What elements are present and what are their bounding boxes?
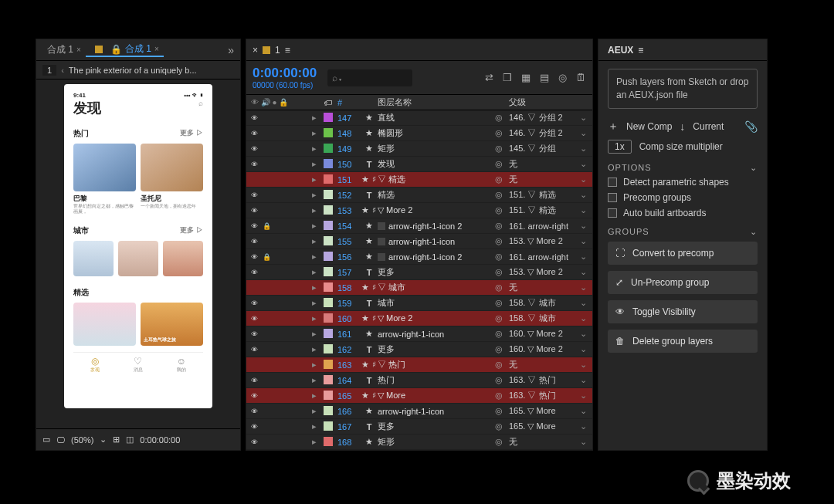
watermark: 墨染动效 (687, 468, 791, 493)
foot-time: 0:00:00:00 (140, 435, 180, 445)
safezone-icon[interactable]: ◫ (126, 435, 134, 445)
close-icon[interactable]: × (154, 45, 159, 53)
graph-icon[interactable]: ▤ (540, 72, 549, 83)
unprecomp-button[interactable]: ⤢Un-Precomp group (608, 271, 758, 294)
down-arrow-icon[interactable]: ↓ (680, 120, 685, 133)
calendar-icon[interactable]: 🗓 (576, 72, 586, 83)
3d-icon[interactable]: ❒ (503, 72, 512, 83)
layer-row[interactable]: 👁 ▸149★矩形◎145. ▽ 分组⌄ (246, 141, 592, 157)
wechat-icon (687, 470, 709, 492)
layer-row[interactable]: 👁 ▸161★arrow-right-1-icon◎160. ▽ More 2⌄ (246, 326, 592, 342)
new-comp-button[interactable]: New Comp (626, 121, 672, 132)
grid-icon[interactable]: ⊞ (113, 435, 120, 445)
groups-heading: GROUPS (608, 227, 649, 237)
plus-icon[interactable]: ＋ (608, 120, 619, 134)
breadcrumb: 1 ‹ The pink exterior of a uniquely b... (36, 61, 240, 79)
layer-row[interactable]: ▸158★ ♯▽ 城市◎无⌄ (246, 280, 592, 296)
checkbox[interactable] (608, 208, 617, 218)
current-button[interactable]: Current (693, 121, 724, 132)
tabs-overflow-icon[interactable]: » (228, 44, 234, 56)
layer-row[interactable]: 👁 🔒▸156★arrow-right-1-icon 2◎161. arrow-… (246, 249, 592, 265)
crumb-title: The pink exterior of a uniquely b... (69, 66, 197, 75)
layer-row[interactable]: 👁 ▸168★矩形◎无⌄ (246, 435, 592, 450)
layer-row[interactable]: 👁 ▸152T精选◎151. ▽ 精选⌄ (246, 188, 592, 203)
comp-swatch (263, 46, 270, 54)
eye-off-icon: 👁 (615, 306, 625, 317)
convert-precomp-button[interactable]: ⛶Convert to precomp (608, 242, 758, 265)
delete-layers-button[interactable]: 🗑Delete group layers (608, 330, 758, 353)
time-header: 0:00:00:00 00000 (60.00 fps) ⌕▾ ⇄ ❒ ▦ ▤ … (246, 61, 592, 95)
layer-list: 👁 ▸147★直线◎146. ▽ 分组 2⌄👁 ▸148★椭圆形◎146. ▽ … (246, 110, 592, 450)
drop-zone[interactable]: Push layers from Sketch or drop an AEUX.… (608, 69, 758, 109)
timeline-panel: ×1≡ 0:00:00:00 00000 (60.00 fps) ⌕▾ ⇄ ❒ … (246, 39, 593, 451)
paperclip-icon[interactable]: 📎 (744, 120, 758, 133)
search-icon: ⌕ (198, 99, 203, 107)
layer-row[interactable]: 👁 ▸153★ ♯▽ More 2◎151. ▽ 精选⌄ (246, 203, 592, 218)
chevron-down-icon[interactable]: ⌄ (100, 435, 107, 445)
scan-icon: ⛶ (615, 248, 625, 259)
user-icon: ☺ (177, 356, 186, 367)
layer-row[interactable]: 👁 ▸147★直线◎146. ▽ 分组 2⌄ (246, 110, 592, 126)
trash-icon: 🗑 (615, 336, 625, 347)
discover-icon: ◎ (91, 356, 99, 367)
bell-icon: ♡ (134, 356, 142, 367)
render-icon[interactable]: ▦ (521, 72, 531, 83)
chevron-down-icon[interactable]: ⌄ (750, 227, 758, 237)
checkbox[interactable] (608, 193, 617, 202)
page-title: 发现 (73, 100, 101, 116)
lock-icon: 🔒 (110, 44, 122, 55)
tab-comp1-active[interactable]: 🔒合成 1× (86, 42, 164, 57)
layer-row[interactable]: 👁 ▸150T发现◎无⌄ (246, 157, 592, 172)
layer-row[interactable]: 👁 ▸164T热门◎163. ▽ 热门⌄ (246, 373, 592, 388)
zoom-value[interactable]: (50%) (71, 435, 93, 445)
layer-row[interactable]: ▸151★ ♯▽ 精选◎无⌄ (246, 172, 592, 188)
crumb-index: 1 (42, 65, 56, 76)
layer-row[interactable]: 👁 ▸166★arrow-right-1-icon◎165. ▽ More⌄ (246, 404, 592, 419)
chevron-down-icon[interactable]: ⌄ (750, 163, 758, 173)
phone-mock: 9:41••• ᯤ ▮ 发现⌕ 热门更多 ▷ 巴黎世界幻想向定之都，感触巴黎画展… (64, 84, 212, 408)
comp-swatch (95, 46, 103, 53)
multiplier-label: Comp size multiplier (639, 141, 723, 152)
layer-row[interactable]: 👁 ▸167T更多◎165. ▽ More⌄ (246, 419, 592, 435)
layer-row[interactable]: 👁 ▸155★arrow-right-1-icon◎153. ▽ More 2⌄ (246, 234, 592, 249)
layer-row[interactable]: 👁 ▸165★ ♯▽ More◎163. ▽ 热门⌄ (246, 388, 592, 404)
layer-row[interactable]: 👁 ▸162T更多◎160. ▽ More 2⌄ (246, 342, 592, 357)
layer-row[interactable]: 👁 🔒▸154★arrow-right-1-icon 2◎161. arrow-… (246, 218, 592, 234)
shy-icon[interactable]: ⇄ (485, 72, 493, 83)
tab-num: 1 (275, 45, 280, 56)
display-icon[interactable]: ▭ (42, 435, 50, 445)
monitor-icon[interactable]: 🖵 (56, 435, 65, 445)
options-heading: OPTIONS (608, 163, 652, 173)
timecode[interactable]: 0:00:00:00 (253, 66, 317, 81)
toggle-visibility-button[interactable]: 👁Toggle Visibility (608, 300, 758, 323)
layer-columns: 👁 🔊 ● 🔒 🏷 # 图层名称 父级 (246, 95, 592, 110)
expand-icon: ⤢ (615, 277, 623, 288)
chevron-left-icon[interactable]: ‹ (61, 66, 64, 75)
search-icon: ⌕▾ (332, 73, 343, 83)
layer-row[interactable]: ▸163★ ♯▽ 热门◎无⌄ (246, 357, 592, 373)
tab-bar: 合成 1× 🔒合成 1× » (36, 39, 240, 61)
panel-title: AEUX (608, 45, 633, 56)
aeux-panel: AEUX≡ Push layers from Sketch or drop an… (598, 39, 768, 451)
tab-comp1[interactable]: 合成 1× (42, 43, 86, 56)
close-icon[interactable]: × (76, 46, 81, 54)
menu-icon[interactable]: ≡ (285, 45, 290, 56)
layer-row[interactable]: 👁 ▸160★ ♯▽ More 2◎158. ▽ 城市⌄ (246, 311, 592, 326)
checkbox[interactable] (608, 178, 617, 187)
layer-row[interactable]: 👁 ▸148★椭圆形◎146. ▽ 分组 2⌄ (246, 126, 592, 141)
layer-row[interactable]: 👁 ▸157T更多◎153. ▽ More 2⌄ (246, 265, 592, 280)
multiplier-value[interactable]: 1x (608, 140, 632, 154)
preview-viewport[interactable]: 9:41••• ᯤ ▮ 发现⌕ 热门更多 ▷ 巴黎世界幻想向定之都，感触巴黎画展… (36, 79, 240, 428)
fps-label: 00000 (60.00 fps) (253, 81, 317, 90)
layer-row[interactable]: 👁 ▸159T城市◎158. ▽ 城市⌄ (246, 296, 592, 311)
composition-panel: 合成 1× 🔒合成 1× » 1 ‹ The pink exterior of … (36, 39, 241, 451)
signal-icon: ••• ᯤ ▮ (184, 92, 203, 99)
menu-icon[interactable]: ≡ (638, 45, 643, 56)
preview-footer: ▭ 🖵 (50%) ⌄ ⊞ ◫ 0:00:00:00 (36, 428, 240, 450)
search-input[interactable]: ⌕▾ (327, 69, 412, 86)
motion-blur-icon[interactable]: ◎ (558, 72, 567, 83)
close-icon[interactable]: × (253, 45, 258, 56)
